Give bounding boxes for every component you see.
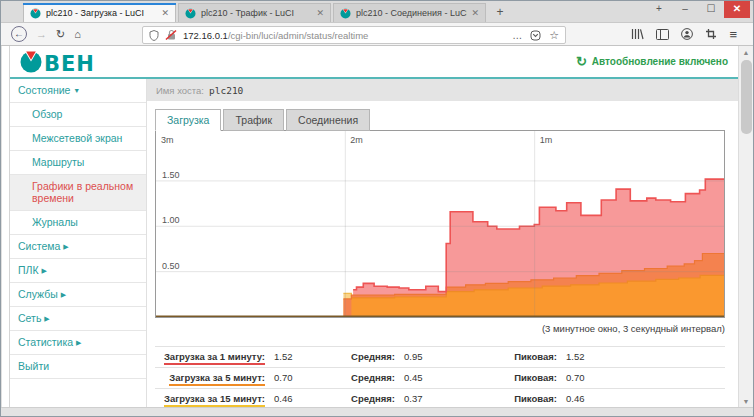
x-tick-label: 1m <box>540 135 553 145</box>
home-button[interactable]: ⌂ <box>74 28 81 40</box>
tab-title: plc210 - Загрузка - LuCI <box>46 8 157 18</box>
peak-value: 0.70 <box>557 368 725 389</box>
sidebar-item-7[interactable]: ПЛК ▶ <box>10 259 146 283</box>
stat-row: Загрузка за 15 минут:0.46Средняя:0.37Пик… <box>155 389 725 409</box>
menu-button[interactable]: ≡ <box>729 27 737 42</box>
autorefresh-label: Автообновление включено <box>592 56 728 67</box>
svg-text:ВЕН: ВЕН <box>44 52 95 75</box>
hostname-label: Имя хоста: <box>156 85 204 96</box>
tab-close-icon[interactable]: ✕ <box>161 8 169 18</box>
stat-row: Загрузка за 5 минут:0.70Средняя:0.45Пико… <box>155 368 725 389</box>
reload-button[interactable]: ↻ <box>56 28 65 41</box>
window-extra-button[interactable]: + <box>646 1 672 18</box>
load-chart: 0.501.001.503m2m1m <box>155 130 725 318</box>
tab-Загрузка[interactable]: Загрузка <box>155 109 221 131</box>
scroll-down-icon[interactable]: ▼ <box>739 398 753 405</box>
sidebar-item-9[interactable]: Сеть ▶ <box>10 307 146 331</box>
tab-close-icon[interactable]: ✕ <box>316 8 324 18</box>
bookmark-star-icon[interactable]: ☆ <box>549 29 559 42</box>
window-controls: + – ☐ ✕ <box>646 1 750 18</box>
scrollbar[interactable]: ▲ ▼ <box>738 46 753 408</box>
sidebar-item-4[interactable]: Графики в реальном времени <box>10 175 146 211</box>
sidebar-nav: Состояние ▼ОбзорМежсетевой экранМаршруты… <box>10 79 147 408</box>
avg-value: 0.95 <box>395 347 505 368</box>
back-button[interactable]: ← <box>11 26 27 42</box>
tab-favicon <box>340 8 351 19</box>
insecure-lock-icon[interactable] <box>165 29 177 41</box>
owen-logo: ВЕН <box>20 50 106 74</box>
sidebar-item-8[interactable]: Службы ▶ <box>10 283 146 307</box>
pocket-icon[interactable] <box>530 30 541 41</box>
stat-value: 0.70 <box>265 368 333 389</box>
sidebar-item-0[interactable]: Состояние ▼ <box>10 79 146 103</box>
tab-Соединения[interactable]: Соединения <box>286 109 370 131</box>
sidebar-item-3[interactable]: Маршруты <box>10 151 146 175</box>
chart-caption: (3 минутное окно, 3 секундный интервал) <box>147 323 725 334</box>
titlebar: plc210 - Загрузка - LuCI✕plc210 - Трафик… <box>1 1 753 22</box>
browser-window: plc210 - Загрузка - LuCI✕plc210 - Трафик… <box>0 0 754 417</box>
y-tick-label: 1.50 <box>162 170 180 180</box>
stats-table: Загрузка за 1 минуту:1.52Средняя:0.95Пик… <box>155 346 725 408</box>
chevron-right-icon: ▶ <box>41 267 46 274</box>
tab-Трафик[interactable]: Трафик <box>223 109 284 131</box>
scroll-thumb[interactable] <box>741 60 752 134</box>
stat-label: Загрузка за 15 минут: <box>164 393 265 407</box>
tab-close-icon[interactable]: ✕ <box>471 8 479 18</box>
shield-icon[interactable] <box>149 30 159 41</box>
page-actions-icon[interactable]: … <box>512 30 522 41</box>
url-text[interactable]: 172.16.0.1/cgi-bin/luci/admin/status/rea… <box>183 30 512 41</box>
account-icon[interactable] <box>681 28 693 40</box>
hostname-value: plc210 <box>209 85 243 96</box>
chevron-right-icon: ▶ <box>61 291 66 298</box>
stat-row: Загрузка за 1 минуту:1.52Средняя:0.95Пик… <box>155 347 725 368</box>
content-tabs: ЗагрузкаТрафикСоединения <box>155 109 738 131</box>
new-tab-button[interactable]: + <box>488 3 512 22</box>
content-area: Имя хоста: plc210 ЗагрузкаТрафикСоединен… <box>147 79 738 408</box>
avg-label: Средняя: <box>333 389 395 409</box>
stat-value: 0.46 <box>265 389 333 409</box>
peak-label: Пиковая: <box>505 389 557 409</box>
x-tick-label: 2m <box>350 135 363 145</box>
tab-favicon <box>185 8 196 19</box>
sidebar-item-11[interactable]: Выйти <box>10 355 146 379</box>
screenshot-icon[interactable] <box>705 28 717 40</box>
scroll-up-icon[interactable]: ▲ <box>739 49 753 56</box>
peak-value: 0.46 <box>557 389 725 409</box>
window-maximize-button[interactable]: ☐ <box>698 1 724 18</box>
sidebar-toggle-icon[interactable] <box>656 29 669 40</box>
autorefresh-indicator[interactable]: ↻ Автообновление включено <box>576 54 728 69</box>
stat-value: 1.52 <box>265 347 333 368</box>
navbar: ← → ↻ ⌂ 172.16.0.1/cgi-bin/luci/admin/st… <box>1 22 753 46</box>
y-tick-label: 1.00 <box>162 215 180 225</box>
tab-favicon <box>30 8 41 19</box>
luci-page: ВЕН ↻ Автообновление включено Состояние … <box>9 46 738 408</box>
sidebar-item-5[interactable]: Журналы <box>10 211 146 235</box>
chevron-down-icon: ▼ <box>73 87 80 94</box>
browser-tabs: plc210 - Загрузка - LuCI✕plc210 - Трафик… <box>23 3 512 22</box>
peak-label: Пиковая: <box>505 347 557 368</box>
chevron-right-icon: ▶ <box>44 315 49 322</box>
window-close-button[interactable]: ✕ <box>724 1 750 18</box>
tab-title: plc210 - Соединения - LuCI <box>356 8 467 18</box>
sidebar-item-2[interactable]: Межсетевой экран <box>10 127 146 151</box>
x-tick-label: 3m <box>161 135 174 145</box>
browser-tab[interactable]: plc210 - Соединения - LuCI✕ <box>333 3 486 22</box>
browser-tab[interactable]: plc210 - Трафик - LuCI✕ <box>178 3 331 22</box>
url-bar[interactable]: 172.16.0.1/cgi-bin/luci/admin/status/rea… <box>142 26 566 44</box>
avg-value: 0.37 <box>395 389 505 409</box>
forward-button[interactable]: → <box>36 28 47 40</box>
y-tick-label: 0.50 <box>162 261 180 271</box>
page-viewport: ВЕН ↻ Автообновление включено Состояние … <box>2 46 753 408</box>
sidebar-item-1[interactable]: Обзор <box>10 103 146 127</box>
sidebar-item-6[interactable]: Система ▶ <box>10 235 146 259</box>
masthead: ВЕН ↻ Автообновление включено <box>10 46 738 77</box>
avg-value: 0.45 <box>395 368 505 389</box>
window-minimize-button[interactable]: – <box>672 1 698 18</box>
peak-value: 1.52 <box>557 347 725 368</box>
chevron-right-icon: ▶ <box>76 339 81 346</box>
load-chart-svg: 0.501.001.503m2m1m <box>156 131 724 317</box>
sidebar-item-10[interactable]: Статистика ▶ <box>10 331 146 355</box>
stat-label: Загрузка за 5 минут: <box>169 372 265 386</box>
browser-tab[interactable]: plc210 - Загрузка - LuCI✕ <box>23 3 176 22</box>
library-icon[interactable] <box>631 28 644 40</box>
